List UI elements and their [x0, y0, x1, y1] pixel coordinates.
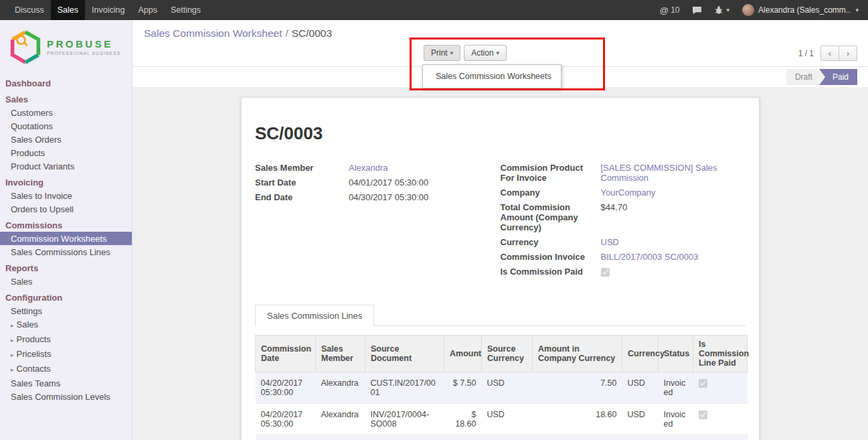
cell-sales-member: Alexandra: [316, 435, 365, 440]
column-header[interactable]: Is Commission Line Paid: [693, 336, 748, 372]
user-menu[interactable]: Alexandra (Sales_comm.. ▾: [735, 4, 861, 16]
column-header[interactable]: Currency: [622, 336, 659, 372]
sidebar-item-sales-orders[interactable]: Sales Orders: [0, 133, 132, 146]
tab-strip: Sales Commission Lines: [255, 304, 746, 326]
user-name: Alexandra (Sales_comm..: [758, 5, 850, 15]
sidebar-item-reports-sales[interactable]: Sales: [0, 275, 132, 288]
sidebar-item-products[interactable]: Products: [0, 146, 132, 159]
expand-caret-icon: ▸: [11, 352, 14, 358]
sidebar-item-sales-teams[interactable]: Sales Teams: [0, 376, 132, 390]
sidebar-section-sales[interactable]: Sales: [0, 92, 132, 106]
breadcrumb-separator: /: [285, 27, 288, 39]
cell-source-document: INV/2017/0004-SO008: [365, 404, 444, 435]
pager-next-button[interactable]: ›: [839, 46, 857, 61]
cell-sales-member: Alexandra: [316, 372, 365, 404]
mention-counter[interactable]: @ 10: [653, 0, 685, 20]
line-paid-checkbox: [699, 379, 707, 388]
field-label: Start Date: [255, 177, 349, 188]
right-field-group: Commision Product For Invoice [SALES COM…: [501, 163, 746, 281]
cell-source-document: CUST.IN/2017/0001: [365, 372, 444, 404]
sidebar-section-invoicing[interactable]: Invoicing: [0, 175, 132, 189]
sidebar-item-sales-commissions-lines[interactable]: Sales Commissions Lines: [0, 245, 132, 259]
commission-invoice-link[interactable]: BILL/2017/0003 SC/0003: [601, 252, 727, 262]
cell-currency: USD: [622, 404, 659, 435]
cell-status: Invoiced: [659, 372, 693, 404]
nav-sales[interactable]: Sales: [51, 0, 85, 20]
action-button-label: Action: [471, 48, 493, 58]
sidebar-item-orders-to-upsell[interactable]: Orders to Upsell: [0, 202, 132, 216]
table-row[interactable]: 04/20/2017 10:35:53 Alexandra SO008 $ 18…: [256, 435, 748, 440]
sidebar-item-commission-worksheets[interactable]: Commission Worksheets: [0, 232, 132, 245]
nav-discuss[interactable]: Discuss: [8, 0, 51, 20]
action-button[interactable]: Action ▾: [464, 45, 507, 61]
company-link[interactable]: YourCompany: [601, 188, 727, 198]
sidebar-item-sales-commission-levels[interactable]: Sales Commission Levels: [0, 390, 132, 403]
column-header[interactable]: Status: [659, 336, 693, 372]
cell-amount-company: 18.60: [533, 435, 622, 440]
expand-caret-icon: ▸: [11, 366, 14, 373]
cell-source-currency: USD: [482, 435, 533, 440]
probuse-logo[interactable]: PROBUSE PROFESSIONAL BUSINESS: [0, 20, 132, 74]
is-commission-paid-checkbox: [601, 268, 610, 277]
main-content: Sales Commission Worksheet/SC/0003 Print…: [133, 20, 868, 440]
breadcrumb-parent-link[interactable]: Sales Commission Worksheet: [144, 27, 282, 39]
status-draft[interactable]: Draft: [786, 69, 824, 85]
sidebar-item-sales-to-invoice[interactable]: Sales to Invoice: [0, 189, 132, 202]
brand-name: PROBUSE: [47, 38, 120, 50]
messages-icon[interactable]: [686, 0, 708, 20]
table-row[interactable]: 04/20/2017 05:30:00 Alexandra CUST.IN/20…: [256, 372, 748, 404]
sidebar-item-config-pricelists[interactable]: ▸Pricelists: [0, 347, 132, 362]
cell-line-paid: [693, 404, 748, 435]
currency-link[interactable]: USD: [601, 237, 727, 247]
sidebar-item-settings[interactable]: Settings: [0, 304, 132, 317]
cell-commission-date: 04/20/2017 05:30:00: [256, 404, 316, 435]
status-paid-active[interactable]: Paid: [819, 69, 857, 85]
column-header[interactable]: Source Currency: [482, 336, 533, 372]
print-dropdown-menu: Sales Commission Worksheets: [422, 64, 561, 88]
nav-invoicing[interactable]: Invoicing: [85, 0, 131, 20]
sidebar-section-reports[interactable]: Reports: [0, 261, 132, 275]
bug-icon: [714, 5, 723, 15]
sidebar-item-product-variants[interactable]: Product Variants: [0, 159, 132, 173]
mention-count: 10: [671, 5, 679, 15]
column-header[interactable]: Sales Member: [316, 336, 365, 372]
form-sheet: SC/0003 Sales Member Alexandra Start Dat…: [241, 97, 760, 440]
print-button-label: Print: [431, 48, 448, 58]
field-commission-product: Commision Product For Invoice [SALES COM…: [501, 163, 727, 183]
field-sales-member: Sales Member Alexandra: [255, 163, 482, 173]
sales-member-link[interactable]: Alexandra: [349, 163, 482, 173]
nav-settings[interactable]: Settings: [164, 0, 207, 20]
tab-sales-commission-lines[interactable]: Sales Commission Lines: [255, 305, 374, 326]
field-is-commission-paid: Is Commission Paid: [501, 267, 727, 277]
chevron-down-icon: ▾: [450, 50, 454, 56]
table-header-row: Commission Date Sales Member Source Docu…: [256, 336, 748, 372]
column-header[interactable]: Commission Date: [256, 336, 316, 372]
cell-amount-company: 7.50: [533, 372, 622, 404]
sidebar-item-customers[interactable]: Customers: [0, 106, 132, 119]
line-paid-checkbox: [699, 411, 707, 419]
nav-apps[interactable]: Apps: [131, 0, 164, 20]
column-header[interactable]: Amount: [444, 336, 482, 372]
sidebar-item-config-contacts[interactable]: ▸Contacts: [0, 362, 132, 376]
systray: @ 10 ▾ Alexandra (Sales_comm.. ▾: [653, 0, 868, 20]
commission-product-link[interactable]: [SALES COMMISSION] Sales Commission: [601, 163, 727, 183]
sidebar-section-configuration[interactable]: Configuration: [0, 291, 132, 304]
sidebar-item-dashboard[interactable]: Dashboard: [0, 76, 132, 90]
sidebar-section-commissions[interactable]: Commissions: [0, 218, 132, 232]
pager-previous-button[interactable]: ‹: [820, 46, 839, 61]
column-header[interactable]: Amount in Company Currency: [533, 336, 622, 372]
print-button[interactable]: Print ▾: [424, 45, 460, 61]
debug-menu[interactable]: ▾: [708, 0, 736, 20]
sidebar-item-config-products[interactable]: ▸Products: [0, 332, 132, 347]
field-label: Commission Invoice: [501, 252, 601, 262]
chevron-down-icon: ▾: [497, 50, 500, 56]
total-commission-amount-value: $44.70: [601, 202, 727, 212]
sidebar-item-quotations[interactable]: Quotations: [0, 119, 132, 133]
sidebar-item-config-sales[interactable]: ▸Sales: [0, 317, 132, 332]
chevron-down-icon: ▾: [727, 7, 730, 13]
column-header[interactable]: Source Document: [365, 336, 444, 372]
cell-status: Invoiced: [659, 404, 693, 435]
table-row[interactable]: 04/20/2017 05:30:00 Alexandra INV/2017/0…: [256, 404, 748, 435]
menu-item-sales-commission-worksheets[interactable]: Sales Commission Worksheets: [423, 68, 561, 84]
cell-amount: $ 18.60: [444, 435, 482, 440]
